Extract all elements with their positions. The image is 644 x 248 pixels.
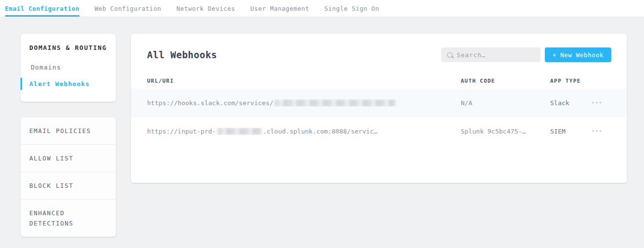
tab-single-sign-on[interactable]: Single Sign On: [324, 0, 379, 17]
webhook-url-suffix: .cloud.splunk.com:8088/servic…: [263, 128, 378, 135]
redacted-url-segment: [275, 99, 395, 107]
auth-code-cell: Splunk 9c5bc475-…: [461, 128, 550, 135]
sidebar-item-enhanced-detections[interactable]: ENHANCED DETECTIONS: [21, 200, 116, 237]
tab-network-devices[interactable]: Network Devices: [176, 0, 235, 17]
sidebar-item-domains[interactable]: Domains: [21, 61, 116, 73]
column-header-auth-code: AUTH CODE: [461, 78, 550, 84]
sidebar: DOMAINS & ROUTING Domains Alert Webhooks…: [21, 34, 116, 237]
webhook-url-prefix: https://hooks.slack.com/services/: [147, 99, 273, 107]
tab-email-configuration[interactable]: Email Configuration: [5, 0, 80, 17]
tab-web-configuration[interactable]: Web Configuration: [95, 0, 161, 17]
redacted-url-segment: [217, 128, 261, 135]
sidebar-item-allow-list[interactable]: ALLOW LIST: [21, 145, 116, 172]
page-title: All Webhooks: [147, 49, 217, 60]
search-box[interactable]: [441, 47, 540, 62]
table-row: https://input-prd-.cloud.splunk.com:8088…: [131, 117, 627, 145]
webhook-url-prefix: https://input-prd-: [147, 128, 216, 135]
sidebar-item-email-policies[interactable]: EMAIL POLICIES: [21, 117, 116, 145]
webhook-url-cell: https://hooks.slack.com/services/: [147, 99, 461, 107]
row-menu-icon[interactable]: •••: [588, 100, 617, 105]
search-input[interactable]: [457, 51, 535, 59]
domains-routing-heading: DOMAINS & ROUTING: [21, 44, 116, 51]
sidebar-item-alert-webhooks[interactable]: Alert Webhooks: [21, 78, 116, 90]
panel-header: All Webhooks + New Webhook: [131, 34, 627, 73]
top-nav: Email Configuration Web Configuration Ne…: [0, 0, 644, 17]
app-type-cell: SIEM: [550, 128, 588, 135]
auth-code-cell: N/A: [461, 99, 550, 107]
column-header-app-type: APP TYPE: [550, 78, 588, 84]
new-webhook-button[interactable]: + New Webhook: [545, 47, 611, 62]
row-menu-icon[interactable]: •••: [588, 129, 617, 134]
table-header-row: URL/URI AUTH CODE APP TYPE: [131, 73, 627, 89]
sidebar-sections-card: EMAIL POLICIES ALLOW LIST BLOCK LIST ENH…: [21, 117, 116, 237]
table-row: https://hooks.slack.com/services/ N/A Sl…: [131, 89, 627, 117]
domains-routing-card: DOMAINS & ROUTING Domains Alert Webhooks: [21, 34, 116, 102]
tab-user-management[interactable]: User Management: [250, 0, 309, 17]
sidebar-item-block-list[interactable]: BLOCK LIST: [21, 172, 116, 200]
app-type-cell: Slack: [550, 99, 588, 107]
webhook-url-cell: https://input-prd-.cloud.splunk.com:8088…: [147, 128, 461, 135]
column-header-url-uri: URL/URI: [147, 78, 461, 84]
all-webhooks-panel: All Webhooks + New Webhook URL/URI AUTH …: [131, 34, 627, 183]
page-body: DOMAINS & ROUTING Domains Alert Webhooks…: [0, 17, 644, 237]
search-icon: [447, 52, 452, 58]
